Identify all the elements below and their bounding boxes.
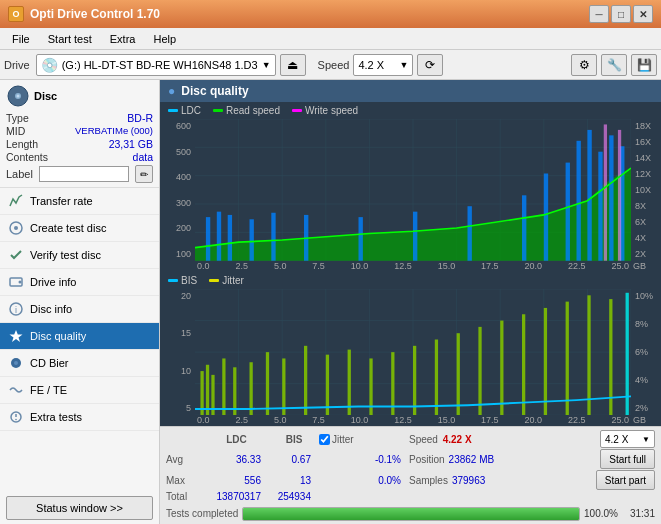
svg-point-4 bbox=[14, 226, 18, 230]
top-chart-plot bbox=[195, 119, 631, 261]
sidebar-item-create-test-disc[interactable]: Create test disc bbox=[0, 215, 159, 242]
total-label: Total bbox=[166, 491, 204, 502]
sidebar-item-label-verify-test-disc: Verify test disc bbox=[30, 249, 101, 261]
maximize-button[interactable]: □ bbox=[611, 5, 631, 23]
svg-rect-35 bbox=[250, 219, 254, 260]
progress-bar-fill bbox=[243, 508, 579, 520]
svg-rect-71 bbox=[250, 362, 253, 415]
top-chart-y-axis-right: 18X 16X 14X 12X 10X 8X 6X 4X 2X bbox=[631, 119, 661, 261]
svg-text:i: i bbox=[15, 305, 17, 315]
top-chart-x-labels: 0.0 2.5 5.0 7.5 10.0 12.5 15.0 17.5 20.0… bbox=[195, 261, 631, 271]
svg-rect-87 bbox=[587, 295, 590, 415]
svg-rect-67 bbox=[206, 364, 209, 415]
title-bar: O Opti Drive Control 1.70 ─ □ ✕ bbox=[0, 0, 661, 28]
fe-te-icon bbox=[8, 382, 24, 398]
sidebar-item-disc-quality[interactable]: Disc quality bbox=[0, 323, 159, 350]
disc-contents-row: Contents data bbox=[6, 151, 153, 163]
svg-rect-86 bbox=[566, 301, 569, 415]
sidebar-item-drive-info[interactable]: Drive info bbox=[0, 269, 159, 296]
max-ldc: 556 bbox=[204, 475, 269, 486]
svg-rect-34 bbox=[228, 215, 232, 261]
ldc-header: LDC bbox=[204, 434, 269, 445]
verify-test-disc-icon bbox=[8, 247, 24, 263]
max-samples-label: Samples bbox=[409, 475, 448, 486]
legend-write-speed: Write speed bbox=[292, 105, 358, 116]
menu-start-test[interactable]: Start test bbox=[40, 31, 100, 47]
top-chart-legend: LDC Read speed Write speed bbox=[160, 102, 661, 119]
svg-rect-81 bbox=[457, 333, 460, 415]
sidebar-item-verify-test-disc[interactable]: Verify test disc bbox=[0, 242, 159, 269]
minimize-button[interactable]: ─ bbox=[589, 5, 609, 23]
svg-rect-39 bbox=[413, 212, 417, 261]
bottom-chart: BIS Jitter 20 15 10 5 bbox=[160, 272, 661, 426]
svg-rect-69 bbox=[222, 358, 225, 415]
svg-rect-84 bbox=[522, 314, 525, 415]
eject-button[interactable]: ⏏ bbox=[280, 54, 306, 76]
disc-type-row: Type BD-R bbox=[6, 112, 153, 124]
speed-x-dropdown[interactable]: 4.2 X ▼ bbox=[600, 430, 655, 448]
svg-rect-41 bbox=[522, 195, 526, 260]
svg-rect-45 bbox=[587, 130, 591, 261]
jitter-checkbox[interactable] bbox=[319, 434, 330, 445]
start-part-button[interactable]: Start part bbox=[596, 470, 655, 490]
drive-value: (G:) HL-DT-ST BD-RE WH16NS48 1.D3 bbox=[62, 59, 258, 71]
bottom-chart-x-axis-row: 0.0 2.5 5.0 7.5 10.0 12.5 15.0 17.5 20.0… bbox=[160, 415, 661, 426]
jitter-legend-dot bbox=[209, 279, 219, 282]
disc-section-title: Disc bbox=[34, 90, 57, 102]
sidebar-item-fe-te[interactable]: FE / TE bbox=[0, 377, 159, 404]
speed-dropdown[interactable]: 4.2 X ▼ bbox=[353, 54, 413, 76]
sidebar-item-extra-tests[interactable]: Extra tests bbox=[0, 404, 159, 431]
avg-bis: 0.67 bbox=[269, 454, 319, 465]
top-chart-inner: 600 500 400 300 200 100 bbox=[160, 119, 661, 261]
speed-value: 4.22 X bbox=[443, 434, 472, 445]
svg-rect-32 bbox=[206, 217, 210, 261]
chart-header: ● Disc quality bbox=[160, 80, 661, 102]
sidebar-item-label-disc-quality: Disc quality bbox=[30, 330, 86, 342]
status-text: Tests completed bbox=[166, 508, 238, 519]
legend-jitter: Jitter bbox=[209, 275, 244, 286]
sidebar-item-label-fe-te: FE / TE bbox=[30, 384, 67, 396]
top-chart-y-axis-left: 600 500 400 300 200 100 bbox=[160, 119, 195, 261]
sidebar-item-label-disc-info: Disc info bbox=[30, 303, 72, 315]
close-button[interactable]: ✕ bbox=[633, 5, 653, 23]
ldc-legend-dot bbox=[168, 109, 178, 112]
total-ldc: 13870317 bbox=[204, 491, 269, 502]
drive-dropdown[interactable]: 💿 (G:) HL-DT-ST BD-RE WH16NS48 1.D3 ▼ bbox=[36, 54, 276, 76]
svg-rect-83 bbox=[500, 320, 503, 415]
menu-extra[interactable]: Extra bbox=[102, 31, 144, 47]
extra-tests-icon bbox=[8, 409, 24, 425]
sidebar-item-cd-bier[interactable]: CD Bier bbox=[0, 350, 159, 377]
sidebar-item-transfer-rate[interactable]: Transfer rate bbox=[0, 188, 159, 215]
svg-rect-74 bbox=[304, 346, 307, 415]
svg-rect-40 bbox=[468, 206, 472, 261]
total-bis: 254934 bbox=[269, 491, 319, 502]
menu-help[interactable]: Help bbox=[145, 31, 184, 47]
max-jitter: 0.0% bbox=[319, 475, 409, 486]
svg-rect-73 bbox=[282, 358, 285, 415]
charts-area: LDC Read speed Write speed 600 50 bbox=[160, 102, 661, 426]
legend-ldc: LDC bbox=[168, 105, 201, 116]
label-input[interactable] bbox=[39, 166, 129, 182]
sidebar-item-label-extra-tests: Extra tests bbox=[30, 411, 82, 423]
menu-file[interactable]: File bbox=[4, 31, 38, 47]
cd-bier-icon bbox=[8, 355, 24, 371]
toolbar: Drive 💿 (G:) HL-DT-ST BD-RE WH16NS48 1.D… bbox=[0, 50, 661, 80]
settings-button1[interactable]: ⚙ bbox=[571, 54, 597, 76]
svg-point-14 bbox=[15, 419, 17, 421]
svg-rect-43 bbox=[566, 163, 570, 261]
label-edit-button[interactable]: ✏ bbox=[135, 165, 153, 183]
settings-button2[interactable]: 🔧 bbox=[601, 54, 627, 76]
drive-info-icon bbox=[8, 274, 24, 290]
refresh-button[interactable]: ⟳ bbox=[417, 54, 443, 76]
svg-point-6 bbox=[19, 281, 22, 284]
svg-rect-33 bbox=[217, 212, 221, 261]
sidebar-item-disc-info[interactable]: i Disc info bbox=[0, 296, 159, 323]
read-speed-legend-dot bbox=[213, 109, 223, 112]
save-button[interactable]: 💾 bbox=[631, 54, 657, 76]
svg-rect-47 bbox=[609, 135, 613, 260]
status-window-button[interactable]: Status window >> bbox=[6, 496, 153, 520]
start-full-button[interactable]: Start full bbox=[600, 449, 655, 469]
write-speed-legend-dot bbox=[292, 109, 302, 112]
svg-rect-44 bbox=[577, 141, 581, 261]
bottom-chart-x-labels: 0.0 2.5 5.0 7.5 10.0 12.5 15.0 17.5 20.0… bbox=[195, 415, 631, 425]
